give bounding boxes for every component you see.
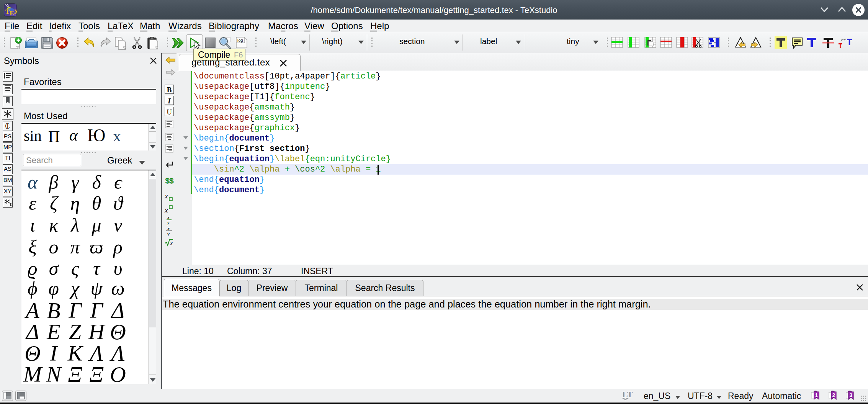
svg-text:y: y: [167, 231, 170, 236]
svg-text:x: x: [170, 240, 173, 246]
svg-text:2: 2: [832, 392, 835, 398]
svg-text:1: 1: [815, 392, 818, 398]
svg-text:log: log: [237, 38, 243, 43]
svg-text:x: x: [164, 206, 168, 214]
svg-text:LT: LT: [622, 390, 633, 399]
svg-text:x: x: [164, 193, 168, 200]
svg-text:3: 3: [850, 392, 853, 398]
svg-text:y: y: [167, 220, 170, 225]
